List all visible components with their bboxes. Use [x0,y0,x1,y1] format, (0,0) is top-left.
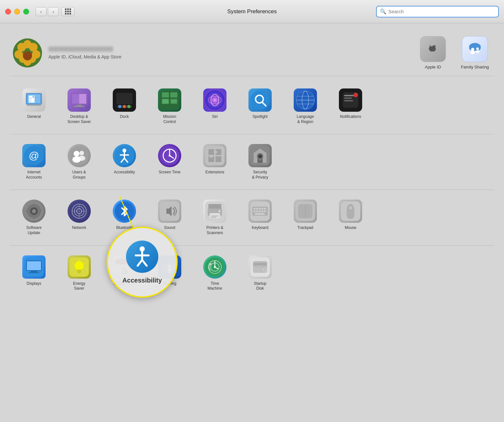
popup-label: Accessibility [122,277,162,284]
family-sharing-item[interactable]: Family Sharing [459,36,491,69]
keyboard-label: Keyboard [252,225,268,231]
pref-item-timemachine[interactable]: TimeMachine [194,252,236,294]
trackpad-icon [294,200,317,223]
pref-item-language[interactable]: Language& Region [284,85,326,128]
svg-rect-116 [259,211,261,212]
svg-rect-101 [208,204,221,209]
pref-item-desktop[interactable]: Desktop &Screen Saver [58,85,100,128]
svg-point-106 [218,210,220,212]
system-grid: Displays EnergySaver [13,252,491,294]
pref-item-extensions[interactable]: Extensions [194,141,236,183]
bluetooth-icon [113,200,136,223]
svg-point-53 [69,146,89,165]
profile-info: Apple ID, iCloud, Media & App Store [48,46,121,59]
pref-item-mouse[interactable]: Mouse [330,196,372,239]
apple-logo-icon [425,41,441,57]
svg-point-23 [118,105,121,108]
svg-rect-161 [254,263,267,265]
pref-item-startup[interactable]: StartupDisk [239,252,281,294]
pref-item-notifications[interactable]: Notifications [330,85,372,128]
pref-item-accessibility[interactable]: Accessibility [103,141,145,183]
pref-item-software[interactable]: SoftwareUpdate [13,196,55,239]
security-label: Security& Privacy [252,170,268,180]
pref-item-displays[interactable]: Displays [13,252,55,294]
pref-item-screentime[interactable]: Screen Time [149,141,191,183]
displays-label: Displays [26,281,41,286]
svg-rect-69 [205,146,225,165]
svg-rect-118 [264,211,266,212]
general-icon: File New Ope [22,88,46,112]
spotlight-icon [248,88,272,112]
svg-rect-73 [215,156,221,162]
network-icon [68,200,91,223]
pref-item-spotlight[interactable]: Spotlight [239,85,281,128]
startup-icon [248,255,272,279]
svg-point-54 [74,151,79,157]
forward-button[interactable]: › [48,7,59,16]
svg-point-75 [214,150,217,154]
network-label: Network [72,225,86,231]
accessibility-figure-icon [129,244,155,270]
svg-rect-9 [27,105,41,106]
mission-icon [158,88,181,112]
search-input[interactable] [388,9,495,14]
titlebar: ‹ › System Preferences 🔍 [0,0,504,23]
svg-text:Ope: Ope [29,101,32,103]
svg-point-59 [122,149,126,152]
pref-item-dock[interactable]: Dock [103,85,145,128]
pref-item-security[interactable]: Security& Privacy [239,141,281,183]
svg-point-74 [210,155,213,158]
pref-item-network[interactable]: Network [58,196,100,239]
back-button[interactable]: ‹ [36,7,47,16]
fullscreen-button[interactable] [23,9,29,15]
pref-item-internet[interactable]: @ InternetAccounts [13,141,55,183]
svg-point-25 [127,105,131,108]
hardware-section: SoftwareUpdate Network [10,190,494,245]
accounts-section: @ InternetAccounts Users &Groups [10,134,494,190]
pref-item-trackpad[interactable]: Trackpad [284,196,326,239]
svg-point-163 [264,269,265,270]
notifications-label: Notifications [340,114,361,119]
startup-label: StartupDisk [254,281,267,291]
timemachine-label: TimeMachine [207,281,222,291]
search-icon: 🔍 [380,8,386,15]
apple-id-icon [420,36,446,62]
svg-point-156 [214,266,216,268]
personal-section: File New Ope General [10,79,494,134]
pref-item-mission[interactable]: MissionControl [149,85,191,128]
family-sharing-label: Family Sharing [461,65,489,69]
svg-point-36 [250,90,270,110]
family-sharing-icon [462,36,488,62]
nav-buttons: ‹ › [36,7,59,16]
minimize-button[interactable] [14,9,20,15]
siri-icon [203,88,226,112]
sound-icon [158,200,181,223]
internet-label: InternetAccounts [26,170,42,180]
svg-point-5 [476,47,479,50]
pref-item-energy[interactable]: EnergySaver [58,252,100,294]
svg-rect-91 [39,211,42,212]
close-button[interactable] [5,9,11,15]
desktop-icon [68,88,91,112]
system-section: Displays EnergySaver [10,246,494,301]
grid-view-button[interactable] [61,7,74,16]
pref-item-general[interactable]: File New Ope General [13,85,55,128]
pref-item-printers[interactable]: Printers &Scanners [194,196,236,239]
svg-rect-112 [261,208,263,210]
pref-item-users[interactable]: Users &Groups [58,141,100,183]
svg-rect-18 [77,105,82,106]
search-bar[interactable]: 🔍 [376,6,499,17]
users-icon [68,144,91,167]
pref-item-siri[interactable]: Siri [194,85,236,128]
svg-point-4 [470,51,475,54]
avatar[interactable] [13,38,42,67]
personal-grid: File New Ope General [13,85,491,128]
svg-point-33 [205,90,225,110]
svg-rect-134 [77,271,81,272]
svg-rect-128 [27,261,41,270]
apple-id-item[interactable]: Apple ID [417,36,449,69]
svg-rect-31 [163,99,168,103]
pref-item-keyboard[interactable]: Keyboard [239,196,281,239]
keyboard-icon [248,200,272,223]
svg-line-170 [142,260,147,266]
